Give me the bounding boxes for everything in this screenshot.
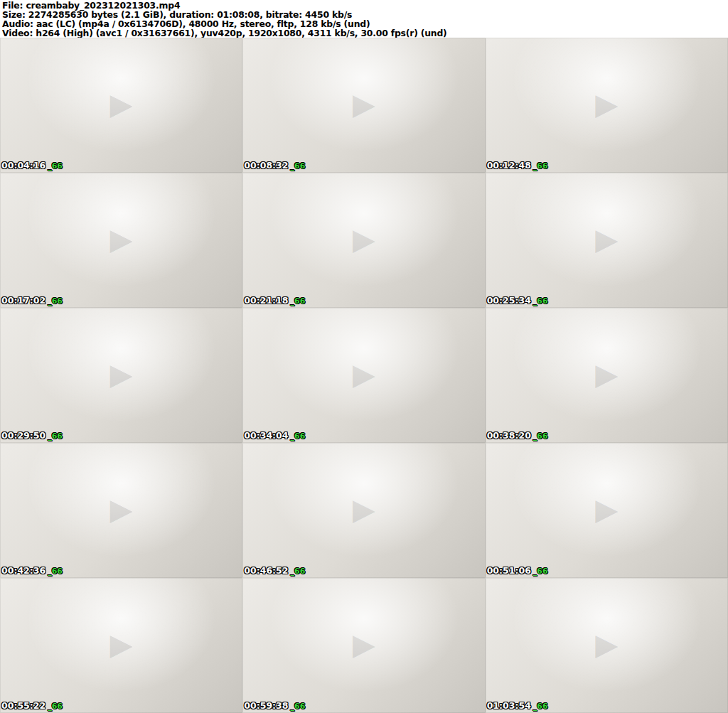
watermark-badge: _66 — [48, 702, 63, 711]
timestamp-label: 00:46:52 — [244, 565, 288, 576]
watermark-badge: _66 — [48, 431, 63, 441]
thumbnail-grid: ▶ 00:04:16 _66 ▶ 00:08:32 _66 ▶ 00:12:48… — [0, 38, 728, 713]
video-frame-thumbnail: ▶ 00:17:02 _66 — [0, 173, 242, 308]
video-frame-thumbnail: ▶ 01:03:54 _66 — [486, 578, 728, 713]
timestamp-overlay: 00:04:16 _66 — [1, 160, 63, 171]
timestamp-overlay: 00:08:32 _66 — [244, 160, 305, 171]
film-frame-placeholder-icon: ▶ — [595, 357, 618, 392]
timestamp-overlay: 00:46:52 _66 — [244, 565, 305, 576]
timestamp-overlay: 01:03:54 _66 — [487, 700, 548, 711]
timestamp-overlay: 00:55:22 _66 — [1, 700, 63, 711]
video-frame-thumbnail: ▶ 00:59:38 _66 — [242, 578, 485, 713]
film-frame-placeholder-icon: ▶ — [110, 627, 133, 662]
timestamp-label: 00:55:22 — [1, 700, 46, 711]
timestamp-label: 00:34:04 — [244, 430, 288, 441]
timestamp-label: 00:51:06 — [487, 565, 531, 576]
watermark-badge: _66 — [533, 567, 548, 576]
video-frame-thumbnail: ▶ 00:04:16 _66 — [0, 38, 242, 173]
film-frame-placeholder-icon: ▶ — [110, 87, 133, 122]
watermark-badge: _66 — [48, 161, 63, 171]
video-frame-thumbnail: ▶ 00:08:32 _66 — [242, 38, 485, 173]
video-frame-thumbnail: ▶ 00:21:18 _66 — [242, 173, 485, 308]
timestamp-label: 01:03:54 — [487, 700, 531, 711]
watermark-badge: _66 — [533, 296, 548, 306]
film-frame-placeholder-icon: ▶ — [353, 492, 375, 527]
timestamp-label: 00:08:32 — [244, 160, 288, 171]
timestamp-label: 00:12:48 — [487, 160, 531, 171]
watermark-badge: _66 — [291, 567, 306, 576]
film-frame-placeholder-icon: ▶ — [353, 222, 375, 257]
video-frame-thumbnail: ▶ 00:12:48 _66 — [486, 38, 728, 173]
film-frame-placeholder-icon: ▶ — [595, 492, 618, 527]
video-frame-thumbnail: ▶ 00:42:36 _66 — [0, 443, 242, 578]
timestamp-overlay: 00:17:02 _66 — [1, 295, 63, 306]
timestamp-overlay: 00:38:20 _66 — [487, 430, 548, 441]
video-frame-thumbnail: ▶ 00:29:50 _66 — [0, 308, 242, 443]
film-frame-placeholder-icon: ▶ — [595, 627, 618, 662]
timestamp-label: 00:29:50 — [1, 430, 46, 441]
timestamp-label: 00:38:20 — [487, 430, 531, 441]
video-frame-thumbnail: ▶ 00:55:22 _66 — [0, 578, 242, 713]
film-frame-placeholder-icon: ▶ — [353, 357, 375, 392]
video-frame-thumbnail: ▶ 00:25:34 _66 — [486, 173, 728, 308]
watermark-badge: _66 — [533, 161, 548, 171]
timestamp-overlay: 00:25:34 _66 — [487, 295, 548, 306]
film-frame-placeholder-icon: ▶ — [353, 87, 375, 122]
video-frame-thumbnail: ▶ 00:46:52 _66 — [242, 443, 485, 578]
film-frame-placeholder-icon: ▶ — [595, 222, 618, 257]
timestamp-overlay: 00:59:38 _66 — [244, 700, 305, 711]
video-info-line: Video: h264 (High) (avc1 / 0x31637661), … — [2, 28, 726, 38]
timestamp-overlay: 00:42:36 _66 — [1, 565, 63, 576]
watermark-badge: _66 — [48, 567, 63, 576]
timestamp-overlay: 00:51:06 _66 — [487, 565, 548, 576]
watermark-badge: _66 — [533, 702, 548, 711]
timestamp-label: 00:17:02 — [1, 295, 46, 306]
timestamp-overlay: 00:34:04 _66 — [244, 430, 305, 441]
timestamp-overlay: 00:12:48 _66 — [487, 160, 548, 171]
film-frame-placeholder-icon: ▶ — [110, 492, 133, 527]
file-metadata-header: File: creambaby_202312021303.mp4 Size: 2… — [0, 0, 728, 38]
watermark-badge: _66 — [291, 702, 306, 711]
watermark-badge: _66 — [48, 296, 63, 306]
watermark-badge: _66 — [291, 161, 306, 171]
timestamp-overlay: 00:29:50 _66 — [1, 430, 63, 441]
timestamp-label: 00:25:34 — [487, 295, 531, 306]
video-frame-thumbnail: ▶ 00:38:20 _66 — [486, 308, 728, 443]
video-frame-thumbnail: ▶ 00:34:04 _66 — [242, 308, 485, 443]
film-frame-placeholder-icon: ▶ — [110, 222, 133, 257]
timestamp-label: 00:04:16 — [1, 160, 46, 171]
film-frame-placeholder-icon: ▶ — [595, 87, 618, 122]
timestamp-label: 00:42:36 — [1, 565, 46, 576]
timestamp-overlay: 00:21:18 _66 — [244, 295, 305, 306]
watermark-badge: _66 — [533, 431, 548, 441]
film-frame-placeholder-icon: ▶ — [353, 627, 375, 662]
video-frame-thumbnail: ▶ 00:51:06 _66 — [486, 443, 728, 578]
film-frame-placeholder-icon: ▶ — [110, 357, 133, 392]
watermark-badge: _66 — [291, 296, 306, 306]
timestamp-label: 00:21:18 — [244, 295, 288, 306]
timestamp-label: 00:59:38 — [244, 700, 288, 711]
watermark-badge: _66 — [291, 431, 306, 441]
video-contact-sheet: File: creambaby_202312021303.mp4 Size: 2… — [0, 0, 728, 713]
